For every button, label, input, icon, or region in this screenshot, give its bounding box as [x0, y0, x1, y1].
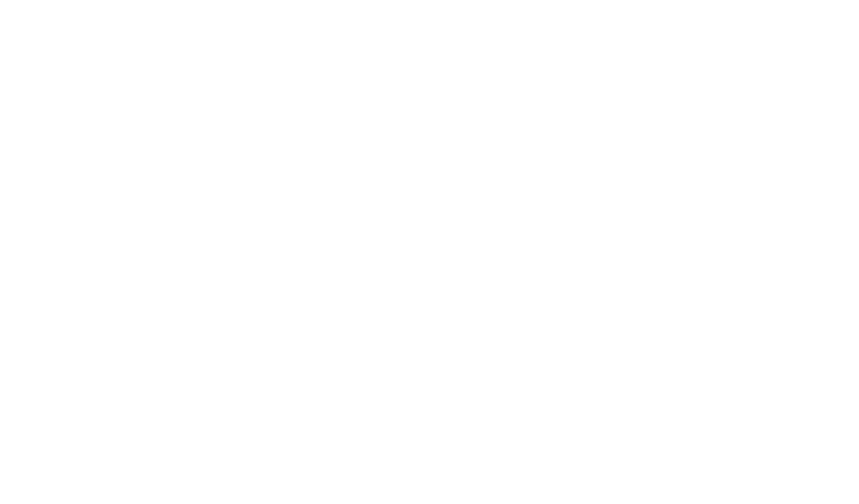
connection-lines	[0, 0, 859, 504]
tree-container	[0, 0, 859, 504]
